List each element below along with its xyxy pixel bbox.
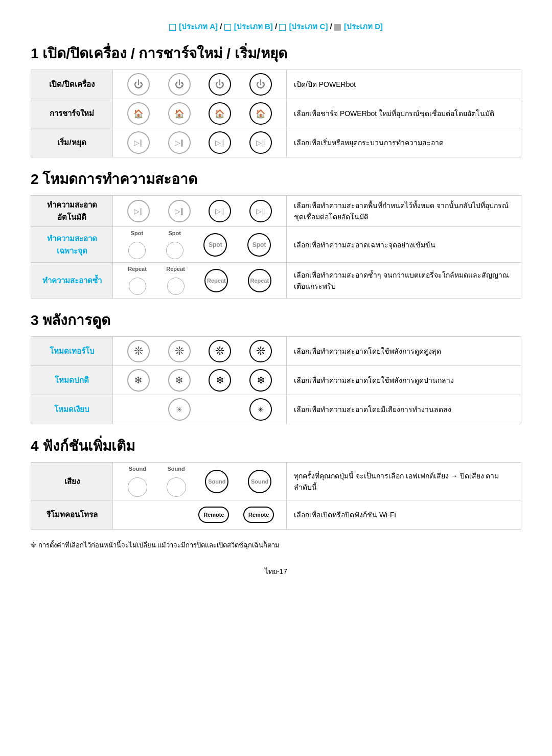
desc-quiet: เลือกเพื่อทำความสะอาดโดยมีเสียงการทำงานล… bbox=[287, 395, 521, 424]
type-c-label: [ประเภท C] bbox=[289, 22, 328, 31]
icon-turbo-c: ❊ bbox=[209, 340, 231, 362]
table-row: เสียง Sound Sound Sound Sound ทุกครั้ง bbox=[31, 463, 521, 500]
desc-auto-clean: เลือกเพื่อทำความสะอาดพื้นที่กำหนดไว้ทั้ง… bbox=[287, 196, 521, 227]
table-row: ทำความสะอาดอัตโนมัติ ▷∥ ▷∥ ▷∥ ▷∥ เลือกเพ… bbox=[31, 196, 521, 227]
icon-charge-b: 🏠 bbox=[168, 102, 191, 125]
table-row: เปิด/ปิดเครื่อง ⏻ ⏻ ⏻ ⏻ เปิด/ปิด POWERbo… bbox=[31, 70, 521, 99]
icon-group-repeat-clean: Repeat Repeat Repeat Repeat bbox=[113, 263, 287, 299]
table-row: ทำความสะอาดเฉพาะจุด Spot Spot Spot Spot bbox=[31, 227, 521, 263]
icon-remote-d: Remote bbox=[243, 507, 274, 523]
icon-autoclean-c: ▷∥ bbox=[209, 200, 231, 222]
icon-quiet-d: ✳ bbox=[249, 398, 272, 421]
type-d-label: [ประเภท D] bbox=[344, 22, 383, 31]
desc-spot-clean: เลือกเพื่อทำความสะอาดเฉพาะจุดอย่างเข้มข้… bbox=[287, 227, 521, 263]
icon-turbo-d: ❊ bbox=[249, 340, 272, 362]
icon-quiet-b: ✳ bbox=[168, 398, 191, 421]
table-row: โหมดปกติ ❇ ❇ ❇ ❇ เลือกเพื่อทำความสะอาดโด… bbox=[31, 366, 521, 395]
section2-table: ทำความสะอาดอัตโนมัติ ▷∥ ▷∥ ▷∥ ▷∥ เลือกเพ… bbox=[31, 195, 521, 299]
section3-table: โหมดเทอร์โบ ❊ ❊ ❊ ❊ เลือกเพื่อทำความสะอา… bbox=[31, 336, 521, 424]
icon-group-quiet: ✳ ✳ bbox=[113, 395, 287, 424]
section4-table: เสียง Sound Sound Sound Sound ทุกครั้ง bbox=[31, 462, 521, 530]
desc-sound: ทุกครั้งที่คุณกดปุ่มนี้ จะเป็นการเลือก เ… bbox=[287, 463, 521, 500]
row-label-start-stop: เริ่ม/หยุด bbox=[31, 128, 113, 157]
icon-normal-c: ❇ bbox=[209, 369, 231, 392]
table-row: การชาร์จใหม่ 🏠 🏠 🏠 🏠 เลือกเพื่อชาร์จ POW… bbox=[31, 99, 521, 128]
icon-spot-c: Spot bbox=[203, 233, 227, 257]
icon-power-d: ⏻ bbox=[249, 73, 272, 96]
type-d-box bbox=[334, 24, 341, 31]
icon-autoclean-a: ▷∥ bbox=[127, 200, 150, 222]
icon-group-auto-clean: ▷∥ ▷∥ ▷∥ ▷∥ bbox=[113, 196, 287, 227]
icon-autoclean-b: ▷∥ bbox=[168, 200, 191, 222]
icon-power-a: ⏻ bbox=[127, 73, 150, 96]
icon-startstop-c: ▷∥ bbox=[209, 131, 231, 154]
row-label-sound: เสียง bbox=[31, 463, 113, 500]
icon-sound-b: Sound bbox=[167, 466, 186, 497]
page-number: ไทย-17 bbox=[31, 566, 521, 577]
icon-charge-d: 🏠 bbox=[249, 102, 272, 125]
row-label-charge: การชาร์จใหม่ bbox=[31, 99, 113, 128]
row-label-remote: รีโมทคอนโทรล bbox=[31, 500, 113, 530]
icon-group-charge: 🏠 🏠 🏠 🏠 bbox=[113, 99, 287, 128]
row-label-spot-clean: ทำความสะอาดเฉพาะจุด bbox=[31, 227, 113, 263]
page-header: [ประเภท A] / [ประเภท B] / [ประเภท C] / [… bbox=[31, 20, 521, 33]
row-label-turbo: โหมดเทอร์โบ bbox=[31, 337, 113, 366]
icon-sound-d: Sound bbox=[248, 470, 271, 493]
icon-group-power: ⏻ ⏻ ⏻ ⏻ bbox=[113, 70, 287, 99]
icon-remote-b bbox=[162, 503, 185, 526]
type-b-box bbox=[224, 24, 231, 31]
icon-turbo-a: ❊ bbox=[127, 340, 150, 362]
icon-group-start-stop: ▷∥ ▷∥ ▷∥ ▷∥ bbox=[113, 128, 287, 157]
icon-quiet-a bbox=[127, 398, 150, 421]
icon-group-spot-clean: Spot Spot Spot Spot bbox=[113, 227, 287, 263]
icon-startstop-b: ▷∥ bbox=[168, 131, 191, 154]
desc-power: เปิด/ปิด POWERbot bbox=[287, 70, 521, 99]
icon-normal-d: ❇ bbox=[249, 369, 272, 392]
icon-spot-b: Spot bbox=[166, 230, 183, 259]
icon-remote-a bbox=[125, 503, 148, 526]
icon-remote-c: Remote bbox=[198, 507, 229, 523]
icon-group-remote: Remote Remote bbox=[113, 500, 287, 530]
desc-start-stop: เลือกเพื่อเริ่มหรือหยุดกระบวนการทำความสะ… bbox=[287, 128, 521, 157]
icon-startstop-d: ▷∥ bbox=[249, 131, 272, 154]
icon-sound-a: Sound bbox=[128, 466, 147, 497]
section3-title: 3 พลังการดูด bbox=[31, 309, 521, 331]
section1-title: 1 เปิด/ปิดเครื่อง / การชาร์จใหม่ / เริ่ม… bbox=[31, 42, 521, 64]
table-row: โหมดเงียบ ✳ ✳ เลือกเพื่อทำความสะอาดโดยมี… bbox=[31, 395, 521, 424]
icon-group-normal: ❇ ❇ ❇ ❇ bbox=[113, 366, 287, 395]
icon-charge-a: 🏠 bbox=[127, 102, 150, 125]
desc-normal: เลือกเพื่อทำความสะอาดโดยใช้พลังการดูดปาน… bbox=[287, 366, 521, 395]
icon-normal-b: ❇ bbox=[168, 369, 191, 392]
icon-group-sound: Sound Sound Sound Sound bbox=[113, 463, 287, 500]
desc-charge: เลือกเพื่อชาร์จ POWERbot ใหม่ที่อุปกรณ์ช… bbox=[287, 99, 521, 128]
type-b-label: [ประเภท B] bbox=[234, 22, 273, 31]
icon-autoclean-d: ▷∥ bbox=[249, 200, 272, 222]
table-row: รีโมทคอนโทรล Remote Remote เลือกเพื่อเปิ… bbox=[31, 500, 521, 530]
icon-quiet-c bbox=[209, 398, 231, 421]
row-label-power: เปิด/ปิดเครื่อง bbox=[31, 70, 113, 99]
section4-title: 4 ฟังก์ชันเพิ่มเติม bbox=[31, 434, 521, 457]
desc-repeat-clean: เลือกเพื่อทำความสะอาดซ้ำๆ จนกว่าแบตเตอรี… bbox=[287, 263, 521, 299]
type-a-label: [ประเภท A] bbox=[179, 22, 218, 31]
icon-spot-a: Spot bbox=[128, 230, 146, 259]
icon-power-b: ⏻ bbox=[168, 73, 191, 96]
icon-startstop-a: ▷∥ bbox=[127, 131, 150, 154]
type-a-box bbox=[169, 24, 176, 31]
icon-turbo-b: ❊ bbox=[168, 340, 191, 362]
desc-turbo: เลือกเพื่อทำความสะอาดโดยใช้พลังการดูดสูง… bbox=[287, 337, 521, 366]
row-label-auto-clean: ทำความสะอาดอัตโนมัติ bbox=[31, 196, 113, 227]
icon-group-turbo: ❊ ❊ ❊ ❊ bbox=[113, 337, 287, 366]
row-label-repeat-clean: ทำความสะอาดซ้ำ bbox=[31, 263, 113, 299]
icon-charge-c: 🏠 bbox=[209, 102, 231, 125]
section2-title: 2 โหมดการทำความสะอาด bbox=[31, 168, 521, 190]
table-row: โหมดเทอร์โบ ❊ ❊ ❊ ❊ เลือกเพื่อทำความสะอา… bbox=[31, 337, 521, 366]
icon-normal-a: ❇ bbox=[127, 369, 150, 392]
icon-power-c: ⏻ bbox=[209, 73, 231, 96]
footer-note: ※ การตั้งค่าที่เลือกไว้ก่อนหน้านี้จะไม่เ… bbox=[31, 540, 521, 551]
row-label-quiet: โหมดเงียบ bbox=[31, 395, 113, 424]
type-c-box bbox=[279, 24, 286, 31]
icon-repeat-d: Repeat bbox=[248, 269, 271, 292]
icon-repeat-a: Repeat bbox=[128, 266, 147, 295]
icon-repeat-b: Repeat bbox=[166, 266, 185, 295]
row-label-normal: โหมดปกติ bbox=[31, 366, 113, 395]
